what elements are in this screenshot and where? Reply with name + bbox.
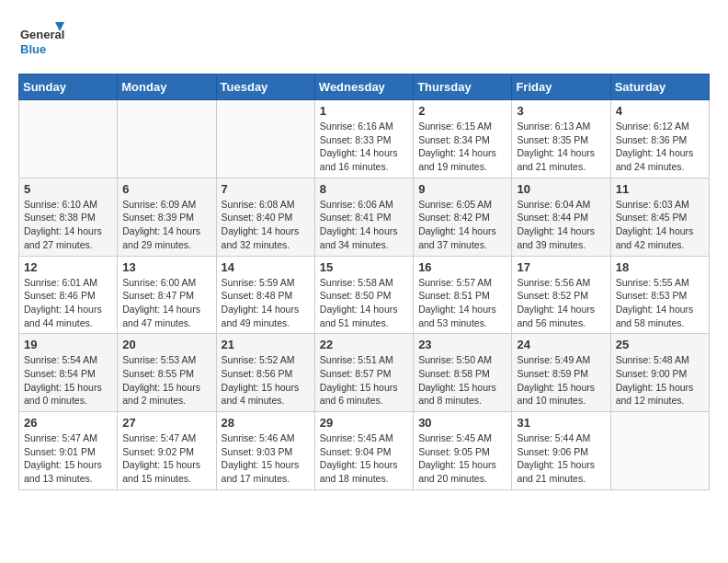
- weekday-header: Saturday: [610, 75, 709, 100]
- calendar-week-row: 12Sunrise: 6:01 AM Sunset: 8:46 PM Dayli…: [19, 256, 710, 334]
- calendar-cell: 4Sunrise: 6:12 AM Sunset: 8:36 PM Daylig…: [610, 100, 709, 178]
- svg-text:General: General: [20, 28, 64, 41]
- logo-svg: General Blue: [18, 18, 64, 64]
- calendar-cell: 6Sunrise: 6:09 AM Sunset: 8:39 PM Daylig…: [118, 178, 216, 256]
- day-number: 23: [418, 338, 506, 351]
- day-info: Sunrise: 6:16 AM Sunset: 8:33 PM Dayligh…: [320, 120, 408, 174]
- day-info: Sunrise: 5:47 AM Sunset: 9:01 PM Dayligh…: [24, 431, 112, 486]
- day-number: 5: [24, 182, 112, 196]
- calendar-cell: 5Sunrise: 6:10 AM Sunset: 8:38 PM Daylig…: [19, 178, 118, 256]
- calendar-cell: 26Sunrise: 5:47 AM Sunset: 9:01 PM Dayli…: [19, 412, 118, 490]
- calendar-cell: 30Sunrise: 5:45 AM Sunset: 9:05 PM Dayli…: [414, 412, 512, 490]
- day-number: 27: [122, 416, 210, 430]
- weekday-header: Monday: [118, 75, 216, 100]
- day-number: 9: [418, 182, 506, 196]
- calendar-cell: 8Sunrise: 6:06 AM Sunset: 8:41 PM Daylig…: [314, 178, 413, 256]
- calendar-cell: 23Sunrise: 5:50 AM Sunset: 8:58 PM Dayli…: [414, 334, 512, 412]
- calendar-cell: 17Sunrise: 5:56 AM Sunset: 8:52 PM Dayli…: [512, 256, 610, 334]
- day-number: 20: [122, 338, 210, 351]
- day-info: Sunrise: 5:58 AM Sunset: 8:50 PM Dayligh…: [320, 276, 408, 330]
- weekday-header: Wednesday: [314, 75, 413, 100]
- calendar-cell: 28Sunrise: 5:46 AM Sunset: 9:03 PM Dayli…: [216, 412, 314, 490]
- day-info: Sunrise: 6:06 AM Sunset: 8:41 PM Dayligh…: [320, 198, 408, 252]
- day-number: 2: [418, 104, 506, 118]
- day-number: 6: [122, 182, 210, 196]
- calendar-cell: [216, 100, 314, 178]
- day-info: Sunrise: 6:15 AM Sunset: 8:34 PM Dayligh…: [418, 120, 506, 174]
- calendar-cell: 27Sunrise: 5:47 AM Sunset: 9:02 PM Dayli…: [118, 412, 216, 490]
- day-info: Sunrise: 5:45 AM Sunset: 9:04 PM Dayligh…: [320, 431, 408, 486]
- day-info: Sunrise: 6:13 AM Sunset: 8:35 PM Dayligh…: [517, 120, 605, 174]
- calendar-cell: 31Sunrise: 5:44 AM Sunset: 9:06 PM Dayli…: [512, 412, 610, 490]
- day-info: Sunrise: 6:01 AM Sunset: 8:46 PM Dayligh…: [24, 276, 112, 330]
- calendar-week-row: 19Sunrise: 5:54 AM Sunset: 8:54 PM Dayli…: [19, 334, 710, 412]
- day-info: Sunrise: 6:05 AM Sunset: 8:42 PM Dayligh…: [418, 198, 506, 252]
- day-number: 28: [222, 416, 310, 430]
- calendar-header-row: SundayMondayTuesdayWednesdayThursdayFrid…: [19, 75, 710, 100]
- day-info: Sunrise: 5:46 AM Sunset: 9:03 PM Dayligh…: [222, 431, 310, 486]
- day-number: 14: [222, 260, 310, 274]
- day-number: 8: [320, 182, 408, 196]
- day-number: 29: [320, 416, 408, 430]
- calendar-week-row: 26Sunrise: 5:47 AM Sunset: 9:01 PM Dayli…: [19, 412, 710, 490]
- day-info: Sunrise: 6:12 AM Sunset: 8:36 PM Dayligh…: [616, 120, 704, 174]
- svg-text:Blue: Blue: [20, 42, 46, 56]
- weekday-header: Friday: [512, 75, 610, 100]
- calendar-cell: 1Sunrise: 6:16 AM Sunset: 8:33 PM Daylig…: [314, 100, 413, 178]
- calendar-cell: 2Sunrise: 6:15 AM Sunset: 8:34 PM Daylig…: [414, 100, 512, 178]
- calendar-cell: 22Sunrise: 5:51 AM Sunset: 8:57 PM Dayli…: [314, 334, 413, 412]
- calendar-table: SundayMondayTuesdayWednesdayThursdayFrid…: [18, 74, 710, 490]
- day-number: 17: [517, 260, 605, 274]
- day-number: 18: [616, 260, 704, 274]
- page-header: General Blue: [18, 18, 710, 64]
- calendar-cell: 10Sunrise: 6:04 AM Sunset: 8:44 PM Dayli…: [512, 178, 610, 256]
- calendar-cell: 15Sunrise: 5:58 AM Sunset: 8:50 PM Dayli…: [314, 256, 413, 334]
- calendar-cell: 13Sunrise: 6:00 AM Sunset: 8:47 PM Dayli…: [118, 256, 216, 334]
- calendar-cell: 7Sunrise: 6:08 AM Sunset: 8:40 PM Daylig…: [216, 178, 314, 256]
- day-info: Sunrise: 5:57 AM Sunset: 8:51 PM Dayligh…: [418, 276, 506, 330]
- day-number: 12: [24, 260, 112, 274]
- calendar-cell: 21Sunrise: 5:52 AM Sunset: 8:56 PM Dayli…: [216, 334, 314, 412]
- day-number: 16: [418, 260, 506, 274]
- weekday-header: Tuesday: [216, 75, 314, 100]
- day-number: 13: [122, 260, 210, 274]
- day-info: Sunrise: 6:10 AM Sunset: 8:38 PM Dayligh…: [24, 198, 112, 252]
- day-info: Sunrise: 5:52 AM Sunset: 8:56 PM Dayligh…: [222, 353, 310, 408]
- day-info: Sunrise: 5:47 AM Sunset: 9:02 PM Dayligh…: [122, 431, 210, 486]
- calendar-cell: 25Sunrise: 5:48 AM Sunset: 9:00 PM Dayli…: [610, 334, 709, 412]
- day-number: 22: [320, 338, 408, 351]
- calendar-cell: 11Sunrise: 6:03 AM Sunset: 8:45 PM Dayli…: [610, 178, 709, 256]
- calendar-cell: 19Sunrise: 5:54 AM Sunset: 8:54 PM Dayli…: [19, 334, 118, 412]
- calendar-cell: 12Sunrise: 6:01 AM Sunset: 8:46 PM Dayli…: [19, 256, 118, 334]
- day-info: Sunrise: 6:00 AM Sunset: 8:47 PM Dayligh…: [122, 276, 210, 330]
- calendar-cell: 18Sunrise: 5:55 AM Sunset: 8:53 PM Dayli…: [610, 256, 709, 334]
- calendar-cell: 29Sunrise: 5:45 AM Sunset: 9:04 PM Dayli…: [314, 412, 413, 490]
- day-number: 31: [517, 416, 605, 430]
- weekday-header: Sunday: [19, 75, 118, 100]
- day-info: Sunrise: 6:04 AM Sunset: 8:44 PM Dayligh…: [517, 198, 605, 252]
- day-number: 1: [320, 104, 408, 118]
- day-info: Sunrise: 6:09 AM Sunset: 8:39 PM Dayligh…: [122, 198, 210, 252]
- calendar-cell: 16Sunrise: 5:57 AM Sunset: 8:51 PM Dayli…: [414, 256, 512, 334]
- day-number: 11: [616, 182, 704, 196]
- day-number: 3: [517, 104, 605, 118]
- calendar-cell: 3Sunrise: 6:13 AM Sunset: 8:35 PM Daylig…: [512, 100, 610, 178]
- calendar-cell: [118, 100, 216, 178]
- calendar-cell: [610, 412, 709, 490]
- day-info: Sunrise: 5:56 AM Sunset: 8:52 PM Dayligh…: [517, 276, 605, 330]
- calendar-cell: [19, 100, 118, 178]
- calendar-week-row: 5Sunrise: 6:10 AM Sunset: 8:38 PM Daylig…: [19, 178, 710, 256]
- day-info: Sunrise: 6:08 AM Sunset: 8:40 PM Dayligh…: [222, 198, 310, 252]
- day-number: 15: [320, 260, 408, 274]
- day-info: Sunrise: 5:49 AM Sunset: 8:59 PM Dayligh…: [517, 353, 605, 408]
- logo: General Blue: [18, 18, 64, 64]
- day-number: 4: [616, 104, 704, 118]
- day-info: Sunrise: 5:48 AM Sunset: 9:00 PM Dayligh…: [616, 353, 704, 408]
- day-number: 25: [616, 338, 704, 351]
- day-info: Sunrise: 6:03 AM Sunset: 8:45 PM Dayligh…: [616, 198, 704, 252]
- day-info: Sunrise: 5:45 AM Sunset: 9:05 PM Dayligh…: [418, 431, 506, 486]
- calendar-week-row: 1Sunrise: 6:16 AM Sunset: 8:33 PM Daylig…: [19, 100, 710, 178]
- day-info: Sunrise: 5:53 AM Sunset: 8:55 PM Dayligh…: [122, 353, 210, 408]
- calendar-cell: 9Sunrise: 6:05 AM Sunset: 8:42 PM Daylig…: [414, 178, 512, 256]
- day-info: Sunrise: 5:50 AM Sunset: 8:58 PM Dayligh…: [418, 353, 506, 408]
